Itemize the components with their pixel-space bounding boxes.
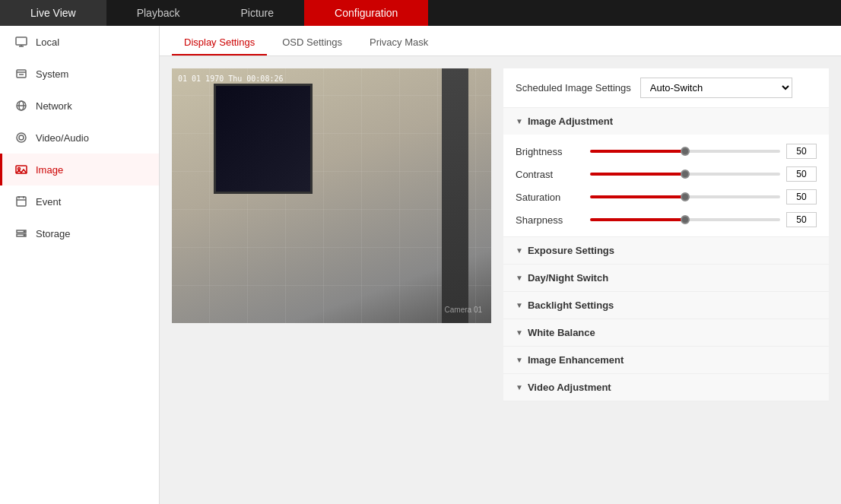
sharpness-value[interactable]: [786, 212, 817, 227]
image-adjustment-header[interactable]: ▼ Image Adjustment: [503, 108, 829, 135]
event-icon: [14, 195, 28, 208]
video-adjustment-section: ▼ Video Adjustment: [503, 374, 829, 401]
sidebar-label-image: Image: [36, 164, 63, 176]
chevron-right-icon-5: ▼: [516, 356, 523, 364]
image-icon: [14, 163, 28, 176]
contrast-label: Contrast: [516, 169, 584, 180]
top-nav: Live View Playback Picture Configuration: [0, 0, 841, 26]
sidebar-item-local[interactable]: Local: [0, 26, 159, 58]
sidebar-label-system: System: [36, 68, 68, 80]
chevron-down-icon: ▼: [516, 117, 523, 125]
network-icon: [14, 99, 28, 113]
chevron-right-icon: ▼: [516, 246, 523, 255]
sidebar-item-image[interactable]: Image: [0, 154, 159, 185]
camera-watermark: Camera 01: [445, 306, 482, 314]
scheduled-label: Scheduled Image Settings: [516, 82, 631, 94]
camera-timestamp: 01 01 1970 Thu 00:08:26: [178, 74, 283, 83]
contrast-slider[interactable]: [590, 173, 780, 176]
tab-osd-settings[interactable]: OSD Settings: [270, 30, 354, 55]
chevron-right-icon-6: ▼: [516, 383, 523, 391]
image-enhancement-section: ▼ Image Enhancement: [503, 347, 829, 374]
video-adjustment-title: Video Adjustment: [528, 382, 611, 393]
image-adjustment-title: Image Adjustment: [528, 116, 613, 127]
nav-picture[interactable]: Picture: [210, 0, 304, 26]
contrast-value[interactable]: [786, 166, 817, 182]
day-night-section: ▼ Day/Night Switch: [503, 265, 829, 292]
saturation-value[interactable]: [786, 189, 817, 204]
saturation-label: Saturation: [516, 192, 584, 203]
tab-display-settings[interactable]: Display Settings: [172, 30, 267, 55]
backlight-title: Backlight Settings: [528, 300, 614, 311]
sidebar-label-storage: Storage: [36, 228, 71, 239]
brightness-slider[interactable]: [590, 150, 780, 153]
svg-rect-3: [17, 70, 26, 78]
brightness-row: Brightness: [516, 144, 817, 159]
nav-configuration[interactable]: Configuration: [304, 0, 428, 26]
sidebar-label-event: Event: [36, 196, 61, 208]
chevron-right-icon-2: ▼: [516, 274, 523, 282]
day-night-header[interactable]: ▼ Day/Night Switch: [503, 265, 829, 291]
sidebar-item-system[interactable]: System: [0, 58, 159, 90]
saturation-slider[interactable]: [590, 195, 780, 198]
monitor-icon: [14, 35, 28, 49]
storage-icon: [14, 227, 28, 240]
sidebar-item-event[interactable]: Event: [0, 185, 159, 217]
image-adjustment-content: Brightness Contrast Saturation: [503, 135, 829, 236]
sidebar: Local System Network: [0, 26, 160, 504]
image-enhancement-header[interactable]: ▼ Image Enhancement: [503, 347, 829, 373]
chevron-right-icon-4: ▼: [516, 328, 523, 337]
video-adjustment-header[interactable]: ▼ Video Adjustment: [503, 374, 829, 401]
backlight-section: ▼ Backlight Settings: [503, 292, 829, 319]
brightness-value[interactable]: [786, 144, 817, 159]
settings-panel: Scheduled Image Settings Auto-Switch Sch…: [503, 68, 829, 401]
nav-playback[interactable]: Playback: [106, 0, 211, 26]
svg-point-20: [24, 235, 24, 236]
main-layout: Local System Network: [0, 26, 841, 504]
exposure-settings-header[interactable]: ▼ Exposure Settings: [503, 237, 829, 264]
saturation-row: Saturation: [516, 189, 817, 204]
sidebar-label-network: Network: [36, 100, 72, 112]
system-icon: [14, 67, 28, 81]
sidebar-label-local: Local: [36, 36, 59, 48]
inner-content: 01 01 1970 Thu 00:08:26 Camera 01 Schedu…: [160, 56, 841, 414]
day-night-title: Day/Night Switch: [528, 272, 608, 284]
contrast-row: Contrast: [516, 166, 817, 182]
dark-frame: [214, 84, 313, 194]
backlight-header[interactable]: ▼ Backlight Settings: [503, 292, 829, 319]
svg-rect-0: [16, 37, 27, 45]
white-balance-title: White Balance: [528, 327, 595, 338]
svg-point-10: [17, 133, 26, 142]
dark-frame-inner: [216, 86, 310, 192]
vertical-bar: [442, 68, 468, 323]
exposure-settings-title: Exposure Settings: [528, 245, 614, 256]
svg-rect-13: [17, 197, 26, 206]
image-enhancement-title: Image Enhancement: [528, 354, 624, 366]
exposure-settings-section: ▼ Exposure Settings: [503, 237, 829, 265]
svg-point-9: [19, 135, 24, 140]
sidebar-item-video-audio[interactable]: Video/Audio: [0, 122, 159, 154]
tab-privacy-mask[interactable]: Privacy Mask: [357, 30, 440, 55]
brightness-label: Brightness: [516, 146, 584, 157]
sidebar-item-storage[interactable]: Storage: [0, 217, 159, 249]
scheduled-select[interactable]: Auto-Switch Scheduled Day Night: [640, 78, 792, 98]
sidebar-item-network[interactable]: Network: [0, 90, 159, 122]
sharpness-label: Sharpness: [516, 214, 584, 226]
nav-live-view[interactable]: Live View: [0, 0, 106, 26]
white-balance-section: ▼ White Balance: [503, 319, 829, 347]
sidebar-label-video-audio: Video/Audio: [36, 132, 89, 144]
sharpness-slider[interactable]: [590, 218, 780, 221]
video-icon: [14, 131, 28, 144]
content-area: Display Settings OSD Settings Privacy Ma…: [160, 26, 841, 504]
svg-point-19: [24, 231, 24, 232]
sharpness-row: Sharpness: [516, 212, 817, 227]
image-adjustment-section: ▼ Image Adjustment Brightness Contrast: [503, 108, 829, 237]
chevron-right-icon-3: ▼: [516, 301, 523, 309]
sub-tabs: Display Settings OSD Settings Privacy Ma…: [160, 26, 841, 56]
white-balance-header[interactable]: ▼ White Balance: [503, 319, 829, 346]
camera-preview: 01 01 1970 Thu 00:08:26 Camera 01: [172, 68, 491, 323]
scheduled-row: Scheduled Image Settings Auto-Switch Sch…: [503, 68, 829, 108]
